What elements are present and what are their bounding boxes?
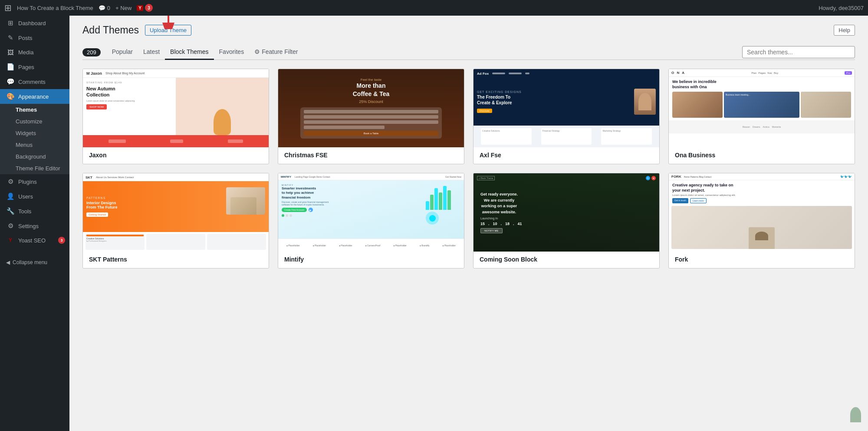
theme-name-coming-soon: Coming Soon Block — [473, 252, 659, 268]
sidebar-item-yoast[interactable]: Y Yoast SEO 3 — [0, 233, 69, 247]
site-name[interactable]: How To Create a Block Theme — [17, 5, 93, 11]
axl-logo: Ad Fox — [477, 72, 489, 76]
topbar: ⊞ How To Create a Block Theme 💬 0 + New … — [0, 0, 868, 16]
theme-name-christmas: Christmas FSE — [278, 147, 464, 164]
theme-card-coming-soon[interactable]: ≡ Block Theme h ● Get ready everyone.We … — [473, 173, 660, 269]
wp-logo[interactable]: ⊞ — [4, 3, 12, 13]
sidebar-sub-menus[interactable]: Menus — [0, 139, 69, 151]
theme-thumb-coming-soon: ≡ Block Theme h ● Get ready everyone.We … — [473, 173, 659, 252]
theme-name-fork: Fork — [669, 252, 855, 268]
theme-name-mintify: Mintify — [278, 252, 464, 268]
theme-card-christmas[interactable]: Feel the taste More thanCoffee & Tea 25%… — [278, 69, 464, 164]
tab-popular[interactable]: Popular — [107, 45, 138, 60]
sidebar-item-plugins[interactable]: ⚙ Plugins — [0, 174, 69, 189]
sidebar-sub-themes[interactable]: Themes — [0, 104, 69, 116]
theme-name-axl: Axl Fse — [473, 147, 659, 164]
users-icon: 👤 — [6, 192, 15, 200]
theme-thumb-skt: SKT About Us Services Work Contact PATTE… — [83, 173, 269, 252]
tools-icon: 🔧 — [6, 207, 15, 215]
gear-icon: ⚙ — [254, 48, 260, 55]
sidebar: ⊞ Dashboard ✎ Posts 🖼 Media 📄 Pages 💬 Co… — [0, 16, 69, 431]
theme-thumb-jaxon: M Jaxon Shop About Blog My Account START… — [83, 69, 269, 147]
theme-thumb-axl: Ad Fox Get Exciting Designs The Freedom … — [473, 69, 659, 147]
yoast-icon: Y — [6, 237, 15, 243]
yoast-topbar[interactable]: Y 3 — [137, 4, 153, 12]
tab-feature-filter[interactable]: ⚙ Feature Filter — [249, 45, 303, 60]
theme-thumb-mintify: MINTIFY Landing Page Google Demo Contact… — [278, 173, 464, 252]
sidebar-sub-background[interactable]: Background — [0, 151, 69, 162]
arrow-container: Upload Theme — [145, 25, 191, 36]
yoast-badge: 3 — [58, 237, 65, 244]
sidebar-item-pages[interactable]: 📄 Pages — [0, 60, 69, 74]
theme-card-skt[interactable]: SKT About Us Services Work Contact PATTE… — [82, 173, 269, 269]
new-button[interactable]: + New — [115, 5, 132, 11]
content-area: Add Themes Upload Theme Help 209 Popular — [69, 16, 868, 431]
themes-tabs: 209 Popular Latest Block Themes Favorite… — [82, 45, 855, 60]
posts-icon: ✎ — [6, 34, 15, 42]
sidebar-item-users[interactable]: 👤 Users — [0, 189, 69, 204]
help-button[interactable]: Help — [834, 25, 855, 36]
appearance-icon: 🎨 — [6, 93, 15, 100]
tab-favorites[interactable]: Favorites — [214, 45, 250, 60]
sidebar-item-media[interactable]: 🖼 Media — [0, 45, 69, 60]
howdy-text[interactable]: Howdy, dee35007 — [819, 5, 864, 11]
page-title: Add Themes — [82, 24, 139, 36]
sidebar-item-appearance[interactable]: 🎨 Appearance — [0, 89, 69, 104]
theme-name-jaxon: Jaxon — [83, 147, 269, 164]
theme-name-ona: Ona Business — [669, 147, 855, 164]
theme-card-mintify[interactable]: MINTIFY Landing Page Google Demo Contact… — [278, 173, 464, 269]
sidebar-item-dashboard[interactable]: ⊞ Dashboard — [0, 16, 69, 30]
theme-card-ona[interactable]: O N A PlanPagesNavBuy Pro We believe in … — [668, 69, 855, 164]
tab-latest[interactable]: Latest — [138, 45, 165, 60]
theme-name-skt: SKT Patterns — [83, 252, 269, 268]
theme-thumb-ona: O N A PlanPagesNavBuy Pro We believe in … — [669, 69, 855, 147]
settings-icon: ⚙ — [6, 222, 15, 230]
collapse-menu[interactable]: ◀ Collapse menu — [0, 256, 69, 269]
theme-thumb-christmas: Feel the taste More thanCoffee & Tea 25%… — [278, 69, 464, 147]
tab-count[interactable]: 209 — [82, 48, 101, 56]
theme-search-input[interactable] — [742, 46, 855, 58]
sidebar-sub-customize[interactable]: Customize — [0, 116, 69, 127]
collapse-icon: ◀ — [6, 259, 10, 265]
themes-grid: M Jaxon Shop About Blog My Account START… — [82, 69, 855, 269]
pages-icon: 📄 — [6, 63, 15, 71]
theme-card-fork[interactable]: FORK Home Patterns Blog Contact 🐦🐦🐦 Crea… — [668, 173, 855, 269]
page-header: Add Themes Upload Theme Help — [82, 24, 855, 36]
sidebar-item-comments[interactable]: 💬 Comments — [0, 74, 69, 89]
comments-link[interactable]: 💬 0 — [99, 5, 110, 11]
sidebar-sub-widgets[interactable]: Widgets — [0, 127, 69, 139]
main-layout: ⊞ Dashboard ✎ Posts 🖼 Media 📄 Pages 💬 Co… — [0, 16, 868, 431]
red-arrow — [158, 16, 179, 29]
comment-icon: 💬 — [99, 5, 105, 11]
sidebar-item-tools[interactable]: 🔧 Tools — [0, 204, 69, 219]
sidebar-sub-theme-file-editor[interactable]: Theme File Editor — [0, 162, 69, 174]
dashboard-icon: ⊞ — [6, 19, 15, 27]
theme-card-axl[interactable]: Ad Fox Get Exciting Designs The Freedom … — [473, 69, 660, 164]
sidebar-item-settings[interactable]: ⚙ Settings — [0, 219, 69, 233]
theme-thumb-fork: FORK Home Patterns Blog Contact 🐦🐦🐦 Crea… — [669, 173, 855, 252]
media-icon: 🖼 — [6, 49, 15, 56]
plugins-icon: ⚙ — [6, 178, 15, 186]
comments-icon: 💬 — [6, 78, 15, 86]
sidebar-item-posts[interactable]: ✎ Posts — [0, 30, 69, 45]
theme-card-jaxon[interactable]: M Jaxon Shop About Blog My Account START… — [82, 69, 269, 164]
tab-block-themes[interactable]: Block Themes — [165, 45, 214, 60]
